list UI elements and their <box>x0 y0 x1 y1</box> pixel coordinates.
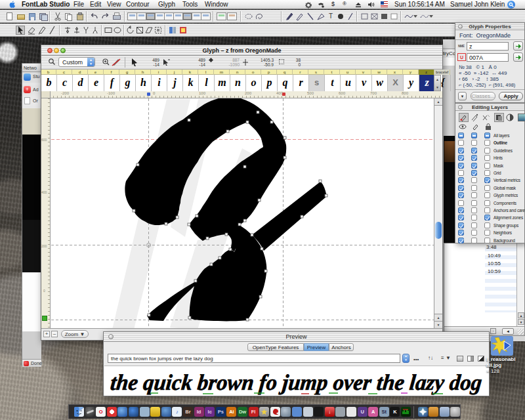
svg-text:the quick brown fo jump over t: the quick brown fo jump over the lazy do… <box>109 370 483 394</box>
